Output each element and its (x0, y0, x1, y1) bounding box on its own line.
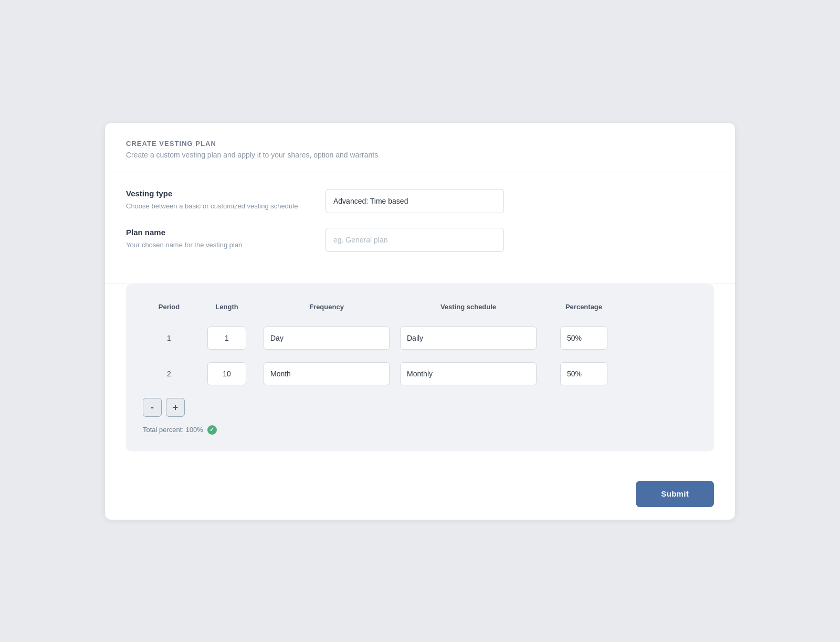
frequency-input-1[interactable] (264, 327, 390, 350)
footer-section: Submit (105, 468, 735, 520)
total-percent-label: Total percent: 100% (143, 426, 203, 434)
vesting-schedule-input-2[interactable] (400, 362, 537, 385)
col-header-period: Period (143, 299, 195, 315)
plan-name-label: Plan name (126, 228, 304, 237)
length-input-1[interactable] (207, 327, 246, 350)
period-cell-2: 2 (143, 367, 195, 380)
frequency-cell-1 (258, 324, 395, 352)
vesting-schedule-cell-2 (395, 360, 542, 387)
page-title: CREATE VESTING PLAN (126, 140, 714, 148)
vesting-schedule-cell-1 (395, 324, 542, 352)
col-header-frequency: Frequency (258, 299, 395, 315)
vesting-type-input-col (326, 189, 714, 213)
vesting-type-label: Vesting type (126, 189, 304, 198)
plan-name-input-col (326, 228, 714, 252)
vesting-type-input[interactable] (326, 189, 504, 213)
frequency-input-2[interactable] (264, 362, 390, 385)
period-number-2: 2 (167, 370, 171, 378)
percentage-input-2[interactable] (560, 362, 607, 385)
plan-name-label-col: Plan name Your chosen name for the vesti… (126, 228, 326, 250)
plan-name-row: Plan name Your chosen name for the vesti… (126, 228, 714, 252)
percentage-cell-1 (542, 324, 626, 352)
vesting-type-label-col: Vesting type Choose between a basic or c… (126, 189, 326, 212)
vesting-table-section: Period Length Frequency Vesting schedule… (126, 284, 714, 451)
table-row: 1 (143, 324, 697, 352)
col-header-percentage: Percentage (542, 299, 626, 315)
total-percent-row: Total percent: 100% (143, 425, 697, 435)
col-header-length: Length (195, 299, 258, 315)
main-card: CREATE VESTING PLAN Create a custom vest… (105, 123, 735, 520)
percentage-cell-2 (542, 360, 626, 387)
plan-name-desc: Your chosen name for the vesting plan (126, 240, 304, 250)
submit-button[interactable]: Submit (636, 481, 714, 507)
table-header: Period Length Frequency Vesting schedule… (143, 299, 697, 315)
check-icon (207, 425, 217, 435)
header-section: CREATE VESTING PLAN Create a custom vest… (105, 123, 735, 172)
vesting-type-desc: Choose between a basic or customized ves… (126, 201, 304, 212)
length-input-2[interactable] (207, 362, 246, 385)
period-number-1: 1 (167, 334, 171, 342)
add-row-button[interactable]: + (166, 398, 185, 417)
row-controls: - + (143, 398, 697, 417)
remove-row-button[interactable]: - (143, 398, 162, 417)
length-cell-2 (195, 360, 258, 387)
page-subtitle: Create a custom vesting plan and apply i… (126, 151, 714, 159)
col-header-vesting-schedule: Vesting schedule (395, 299, 542, 315)
percentage-input-1[interactable] (560, 327, 607, 350)
frequency-cell-2 (258, 360, 395, 387)
length-cell-1 (195, 324, 258, 352)
table-row: 2 (143, 360, 697, 387)
form-section: Vesting type Choose between a basic or c… (105, 172, 735, 284)
vesting-schedule-input-1[interactable] (400, 327, 537, 350)
plan-name-input[interactable] (326, 228, 504, 252)
vesting-type-row: Vesting type Choose between a basic or c… (126, 189, 714, 213)
period-cell-1: 1 (143, 332, 195, 344)
